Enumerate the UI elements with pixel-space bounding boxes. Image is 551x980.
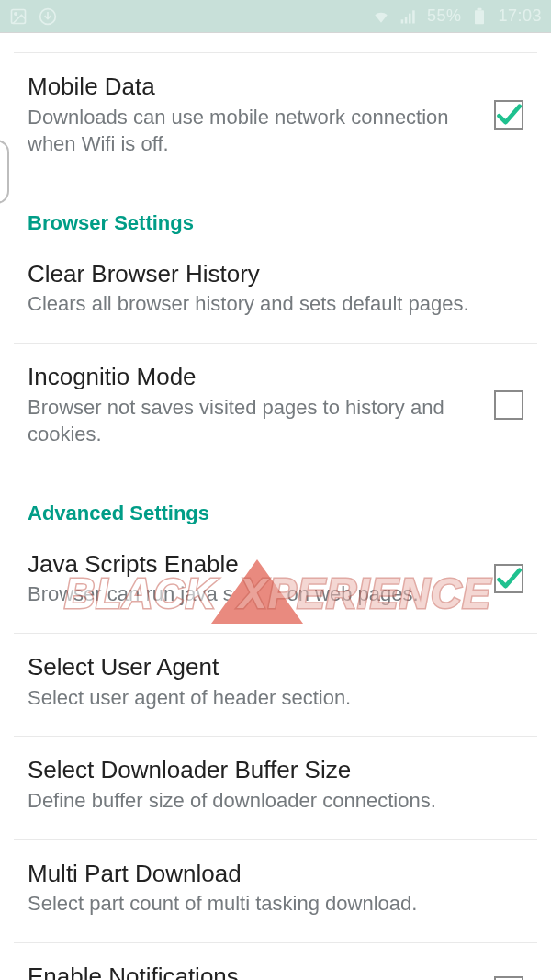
setting-clear-history[interactable]: Clear Browser History Clears all browser… xyxy=(0,241,551,344)
setting-title: Select Downloader Buffer Size xyxy=(28,755,523,785)
image-icon xyxy=(9,7,28,26)
setting-desc: Browser can run java scripts on web page… xyxy=(28,580,478,608)
signal-icon xyxy=(399,7,418,26)
mobile-data-checkbox[interactable] xyxy=(494,100,523,130)
setting-title: Clear Browser History xyxy=(28,259,523,289)
top-gap xyxy=(0,33,551,53)
battery-percent: 55% xyxy=(427,6,462,26)
setting-desc: Select user agent of header section. xyxy=(28,684,523,712)
setting-desc: Clears all browser history and sets defa… xyxy=(28,290,523,318)
svg-point-1 xyxy=(15,12,17,14)
setting-title: Incognitio Mode xyxy=(28,362,478,392)
setting-title: Java Scripts Enable xyxy=(28,549,478,580)
setting-multipart[interactable]: Multi Part Download Select part count of… xyxy=(0,840,551,943)
svg-rect-8 xyxy=(478,7,482,10)
setting-desc: Downloads can use mobile network connect… xyxy=(28,104,478,158)
svg-rect-7 xyxy=(475,10,484,24)
setting-title: Enable Notifications xyxy=(28,962,478,980)
notifications-checkbox[interactable] xyxy=(494,976,523,980)
clock: 17:03 xyxy=(498,6,542,26)
js-enable-checkbox[interactable] xyxy=(494,564,523,593)
setting-buffer-size[interactable]: Select Downloader Buffer Size Define buf… xyxy=(0,737,551,839)
setting-desc: Browser not saves visited pages to histo… xyxy=(28,394,478,448)
setting-user-agent[interactable]: Select User Agent Select user agent of h… xyxy=(0,634,551,737)
setting-desc: Select part count of multi tasking downl… xyxy=(28,890,523,918)
setting-desc: Define buffer size of downloader connect… xyxy=(28,787,523,815)
section-advanced-settings: Advanced Settings xyxy=(0,474,551,531)
svg-rect-5 xyxy=(409,13,411,23)
setting-incognito[interactable]: Incognitio Mode Browser not saves visite… xyxy=(0,344,551,474)
svg-rect-6 xyxy=(412,10,415,23)
setting-notifications[interactable]: Enable Notifications Application shows i… xyxy=(0,943,551,980)
setting-title: Mobile Data xyxy=(28,72,478,102)
section-browser-settings: Browser Settings xyxy=(0,184,551,241)
status-bar: 55% 17:03 xyxy=(0,0,551,32)
svg-rect-3 xyxy=(401,19,404,23)
setting-js-enable[interactable]: Java Scripts Enable Browser can run java… xyxy=(0,531,551,634)
setting-mobile-data[interactable]: Mobile Data Downloads can use mobile net… xyxy=(0,53,551,184)
setting-title: Select User Agent xyxy=(28,652,523,682)
download-icon xyxy=(39,7,57,26)
svg-rect-4 xyxy=(405,17,408,24)
battery-icon xyxy=(470,7,489,26)
wifi-icon xyxy=(372,7,390,26)
incognito-checkbox[interactable] xyxy=(494,390,523,420)
setting-title: Multi Part Download xyxy=(28,859,523,889)
